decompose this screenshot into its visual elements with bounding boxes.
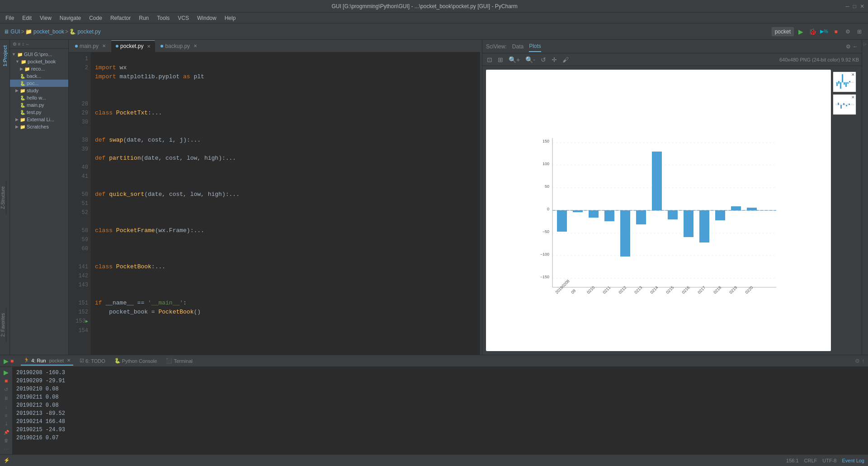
- run-panel-pause-btn[interactable]: ⏸: [2, 395, 11, 402]
- tree-item-hello[interactable]: 🐍 hello w...: [10, 94, 68, 101]
- run-close-btn[interactable]: ✕: [67, 358, 71, 363]
- close-btn[interactable]: ✕: [860, 3, 864, 10]
- run-panel-stop-btn[interactable]: ■: [2, 378, 11, 385]
- sciview-close-icon[interactable]: ←: [853, 43, 858, 50]
- right-sidebar: ▷: [862, 40, 868, 355]
- zoom-reset-btn[interactable]: ↺: [539, 55, 548, 64]
- svg-rect-15: [557, 210, 567, 232]
- menu-view[interactable]: View: [36, 14, 55, 22]
- menu-refactor[interactable]: Refactor: [107, 14, 134, 22]
- bottom-tab-terminal[interactable]: ⬛ Terminal: [163, 357, 195, 365]
- menu-run[interactable]: Run: [135, 14, 152, 22]
- sciview-tab-plots[interactable]: Plots: [529, 41, 541, 52]
- menu-file[interactable]: File: [2, 14, 18, 22]
- run-with-coverage[interactable]: ▶%: [819, 27, 829, 37]
- bottom-expand-icon[interactable]: ↑: [862, 358, 864, 364]
- breadcrumb-pocket-py[interactable]: 🐍 pocket.py: [69, 29, 101, 35]
- thumbnail-close-2[interactable]: ✕: [851, 95, 855, 100]
- breadcrumb-gui[interactable]: 🖥 GUI: [4, 29, 20, 35]
- svg-text:09: 09: [570, 288, 576, 295]
- tree-item-gui[interactable]: ▼ 📁 GUI G:\pro...: [10, 51, 68, 58]
- grid-btn[interactable]: ⊞: [496, 55, 505, 64]
- tree-arrow-gui: ▼: [12, 52, 16, 57]
- tree-item-study[interactable]: ▶ 📁 study: [10, 87, 68, 94]
- bottom-settings-icon[interactable]: ⚙: [855, 358, 860, 364]
- run-icon: 🏃: [24, 357, 30, 363]
- z-structure-tab[interactable]: Z-Structure: [0, 183, 5, 213]
- menu-edit[interactable]: Edit: [19, 14, 35, 22]
- editor-tab-main[interactable]: main.py ✕: [71, 40, 110, 52]
- tree-item-external-lib[interactable]: ▶ 📁 External Li...: [10, 116, 68, 123]
- layout-icon[interactable]: ⊞: [854, 27, 864, 37]
- minimize-btn[interactable]: ─: [845, 3, 849, 10]
- menu-window[interactable]: Window: [193, 14, 220, 22]
- tree-item-main[interactable]: 🐍 main.py: [10, 101, 68, 109]
- run-panel-more-btn[interactable]: ⋯: [2, 446, 11, 452]
- run-panel-pin-btn[interactable]: 📌: [2, 429, 11, 436]
- maximize-btn[interactable]: □: [853, 3, 856, 10]
- run-panel-step-btn[interactable]: ↓: [2, 403, 11, 410]
- cursor-btn[interactable]: ✛: [550, 55, 559, 64]
- menu-vcs[interactable]: VCS: [174, 14, 193, 22]
- run-panel-filter-btn[interactable]: ≡: [2, 412, 11, 418]
- editor-tab-backup[interactable]: backup.py ✕: [156, 40, 202, 52]
- tab-close-pocket[interactable]: ✕: [147, 44, 151, 49]
- menu-help[interactable]: Help: [221, 14, 240, 22]
- code-editor[interactable]: import wx import matplotlib.pyplot as pl…: [91, 52, 480, 355]
- tree-item-pocket-book[interactable]: ▼ 📁 pocket_book: [10, 58, 68, 65]
- folder-icon-ext: 📁: [20, 117, 25, 122]
- status-crlf[interactable]: CRLF: [804, 458, 817, 463]
- status-position[interactable]: 156:1: [786, 458, 799, 463]
- run-panel-play-btn[interactable]: ▶: [2, 369, 11, 376]
- favorites-tab[interactable]: 2: Favorites: [0, 309, 5, 340]
- stop-button[interactable]: ■: [831, 27, 841, 37]
- run-button[interactable]: ▶: [796, 27, 806, 37]
- run-config-dropdown[interactable]: pocket: [772, 27, 794, 36]
- run-panel-rerun-btn[interactable]: ↺: [2, 386, 11, 393]
- tab-close-backup[interactable]: ✕: [193, 43, 197, 48]
- tab-close-main[interactable]: ✕: [102, 43, 106, 48]
- tree-item-backup[interactable]: 🐍 back...: [10, 72, 68, 80]
- fit-btn[interactable]: ⊡: [485, 55, 494, 64]
- sciview-settings-icon[interactable]: ⚙: [846, 43, 851, 50]
- zoom-in-btn[interactable]: 🔍+: [507, 55, 522, 64]
- breadcrumb-pocket-book[interactable]: 📁 pocket_book: [25, 29, 64, 35]
- folder-icon-reco: 📁: [24, 67, 30, 71]
- thumbnail-2[interactable]: ✕: [833, 94, 856, 115]
- thumbnail-close-1[interactable]: ✕: [851, 72, 855, 77]
- tree-item-pocket[interactable]: 🐍 poc...: [10, 80, 68, 87]
- run-panel-scroll-btn[interactable]: ⤓: [2, 420, 11, 427]
- debug-button[interactable]: 🐞: [807, 27, 817, 37]
- status-encoding[interactable]: UTF-8: [822, 458, 836, 463]
- editor-tab-pocket[interactable]: pocket.py ✕: [111, 40, 155, 52]
- menu-tools[interactable]: Tools: [153, 14, 173, 22]
- menu-navigate[interactable]: Navigate: [56, 14, 85, 22]
- editor-area: main.py ✕ pocket.py ✕ backup.py ✕ 1 2: [69, 40, 480, 355]
- paint-btn[interactable]: 🖌: [561, 55, 571, 64]
- run-stop-btn[interactable]: ■: [10, 358, 14, 364]
- bottom-tab-python-console[interactable]: 🐍 Python Console: [112, 357, 160, 365]
- project-sidebar-tab[interactable]: 1:Project: [2, 42, 8, 70]
- image-info: 640x480 PNG (24-bit color) 9.92 KB: [779, 57, 859, 62]
- run-play-btn[interactable]: ▶: [4, 357, 9, 365]
- status-event-log-label[interactable]: Event Log: [842, 458, 864, 463]
- tree-item-test[interactable]: 🐍 test.py: [10, 109, 68, 116]
- bottom-tab-run[interactable]: 🏃 4: Run pocket ✕: [21, 356, 73, 366]
- settings-icon[interactable]: ⚙: [843, 27, 853, 37]
- svg-text:−100: −100: [540, 252, 549, 257]
- menu-code[interactable]: Code: [85, 14, 106, 22]
- sciview-tab-data[interactable]: Data: [512, 42, 524, 52]
- thumbnail-1[interactable]: ✕: [833, 71, 856, 92]
- run-panel-trash-btn[interactable]: 🗑: [2, 437, 11, 444]
- sciview-header: SciView: Data Plots ⚙ ←: [482, 40, 862, 53]
- tab-dot-pocket: [116, 45, 118, 48]
- tree-item-reco[interactable]: ▶ 📁 reco...: [10, 65, 68, 72]
- status-event-log[interactable]: ⚡: [4, 457, 10, 463]
- bottom-tab-todo[interactable]: ☑ 6: TODO: [77, 357, 108, 365]
- tree-item-scratches[interactable]: ▶ 📁 Scratches: [10, 123, 68, 130]
- title-bar: GUI [G:\progmming\Python\GUI] - ...\pock…: [0, 0, 868, 13]
- svg-text:20190208: 20190208: [554, 279, 570, 295]
- tree-label-study: study: [27, 88, 38, 93]
- svg-text:0214: 0214: [649, 285, 659, 295]
- zoom-out-btn[interactable]: 🔍-: [524, 55, 537, 64]
